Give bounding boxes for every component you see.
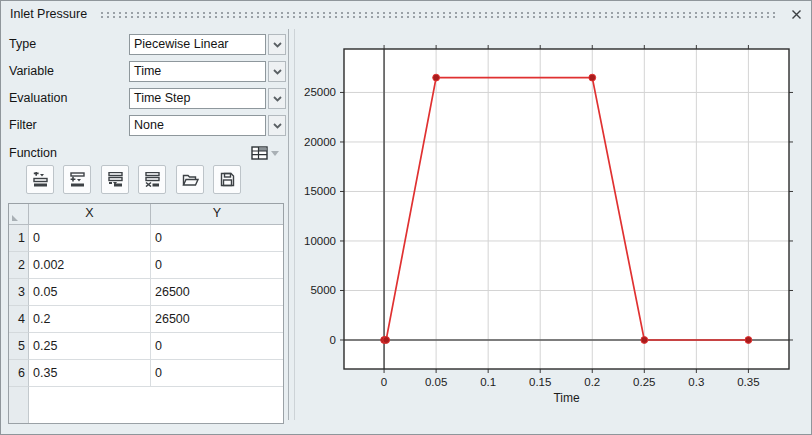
insert-row-icon <box>69 172 86 187</box>
gutter-filler <box>9 387 29 423</box>
table-body: 10020.002030.052650040.22650050.25060.35… <box>9 225 283 387</box>
table-cell-y[interactable]: 26500 <box>151 279 283 306</box>
table-cell-x[interactable]: 0.25 <box>29 333 151 360</box>
insert-row-below-icon <box>107 172 124 187</box>
x-tick-label: 0 <box>381 376 387 388</box>
cells-filler <box>29 387 283 423</box>
data-point-marker <box>641 337 648 344</box>
insert-row-above-button[interactable] <box>26 165 54 194</box>
column-header-x[interactable]: X <box>29 204 151 224</box>
delete-row-button[interactable] <box>138 165 166 194</box>
table-row: 30.0526500 <box>9 279 283 306</box>
filter-label: Filter <box>9 115 37 136</box>
insert-row-above-icon <box>32 172 49 187</box>
column-header-y[interactable]: Y <box>151 204 283 224</box>
variable-select[interactable]: Time <box>129 61 266 82</box>
function-plot: 050001000015000200002500000.050.10.150.2… <box>297 1 811 434</box>
x-tick-label: 0.35 <box>737 376 759 388</box>
insert-row-below-button[interactable] <box>101 165 129 194</box>
table-cell-x[interactable]: 0.2 <box>29 306 151 333</box>
table-row: 20.0020 <box>9 252 283 279</box>
caret-down-icon <box>271 151 279 156</box>
dialog-title: Inlet Pressure <box>10 2 87 26</box>
save-icon <box>220 172 235 187</box>
data-point-marker <box>745 337 752 344</box>
y-tick-label: 20000 <box>304 136 336 148</box>
x-tick-label: 0.25 <box>633 376 655 388</box>
function-section-header: Function <box>1 142 291 164</box>
variable-label: Variable <box>9 61 54 82</box>
x-tick-label: 0.2 <box>584 376 600 388</box>
form-row-evaluation: Evaluation Time Step <box>1 88 291 109</box>
insert-row-button[interactable] <box>63 165 91 194</box>
open-button[interactable] <box>176 165 204 194</box>
x-tick-label: 0.05 <box>425 376 447 388</box>
panel-splitter[interactable] <box>288 29 295 420</box>
y-tick-label: 5000 <box>310 284 336 296</box>
chevron-down-icon <box>273 42 282 48</box>
table-cell-x[interactable]: 0.05 <box>29 279 151 306</box>
y-tick-label: 15000 <box>304 185 336 197</box>
table-cell-x[interactable]: 0.35 <box>29 360 151 387</box>
select-all-corner[interactable] <box>9 204 29 224</box>
form-row-type: Type Piecewise Linear <box>1 34 291 55</box>
type-dropdown-button[interactable] <box>268 34 286 55</box>
filter-dropdown-button[interactable] <box>268 115 286 136</box>
table-view-button[interactable] <box>251 143 281 163</box>
table-cell-y[interactable]: 0 <box>151 225 283 252</box>
row-number[interactable]: 3 <box>9 279 29 306</box>
row-number[interactable]: 4 <box>9 306 29 333</box>
table-row: 40.226500 <box>9 306 283 333</box>
filter-select[interactable]: None <box>129 115 266 136</box>
evaluation-label: Evaluation <box>9 88 67 109</box>
open-folder-icon <box>182 173 199 187</box>
x-axis-label: Time <box>553 391 580 405</box>
type-select[interactable]: Piecewise Linear <box>129 34 266 55</box>
data-point-marker <box>589 74 596 81</box>
row-number[interactable]: 6 <box>9 360 29 387</box>
table-header-row: X Y <box>9 204 283 225</box>
data-point-marker <box>383 337 390 344</box>
x-tick-label: 0.1 <box>480 376 496 388</box>
y-tick-label: 25000 <box>304 86 336 98</box>
function-label: Function <box>9 142 57 164</box>
evaluation-select[interactable]: Time Step <box>129 88 266 109</box>
function-table: X Y 10020.002030.052650040.22650050.2506… <box>8 203 284 424</box>
evaluation-dropdown-button[interactable] <box>268 88 286 109</box>
table-cell-y[interactable]: 0 <box>151 360 283 387</box>
data-point-marker <box>433 74 440 81</box>
y-tick-label: 10000 <box>304 235 336 247</box>
delete-row-icon <box>144 172 161 187</box>
table-row: 100 <box>9 225 283 252</box>
table-grid-icon <box>251 146 269 160</box>
table-cell-y[interactable]: 26500 <box>151 306 283 333</box>
row-number[interactable]: 1 <box>9 225 29 252</box>
corner-triangle-icon <box>12 215 18 221</box>
form-row-filter: Filter None <box>1 115 291 136</box>
variable-dropdown-button[interactable] <box>268 61 286 82</box>
x-tick-label: 0.3 <box>688 376 704 388</box>
form-row-variable: Variable Time <box>1 61 291 82</box>
y-tick-label: 0 <box>330 334 336 346</box>
table-empty-area <box>9 387 283 423</box>
table-cell-y[interactable]: 0 <box>151 252 283 279</box>
type-label: Type <box>9 34 36 55</box>
chevron-down-icon <box>273 123 282 129</box>
row-number[interactable]: 5 <box>9 333 29 360</box>
table-cell-x[interactable]: 0 <box>29 225 151 252</box>
row-number[interactable]: 2 <box>9 252 29 279</box>
x-tick-label: 0.15 <box>529 376 551 388</box>
chevron-down-icon <box>273 96 282 102</box>
inlet-pressure-dialog: Inlet Pressure Type Piecewise Linear Var… <box>0 0 812 435</box>
table-row: 60.350 <box>9 360 283 387</box>
chevron-down-icon <box>273 69 282 75</box>
table-cell-x[interactable]: 0.002 <box>29 252 151 279</box>
table-cell-y[interactable]: 0 <box>151 333 283 360</box>
table-row: 50.250 <box>9 333 283 360</box>
save-button[interactable] <box>213 165 241 194</box>
